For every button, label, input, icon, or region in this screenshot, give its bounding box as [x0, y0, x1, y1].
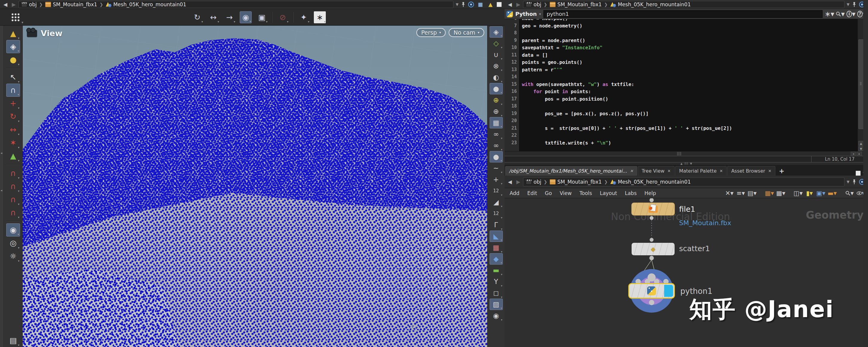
- clay-blob-tool-icon[interactable]: ●▾: [6, 53, 20, 66]
- gear-ring-tool-icon[interactable]: ☼▾: [6, 250, 20, 263]
- view-ring-tool-icon[interactable]: ◎▾: [6, 237, 20, 250]
- breadcrumb-item-obj[interactable]: obj: [21, 1, 37, 7]
- tab-asset-browser[interactable]: Asset Browser✕: [727, 166, 775, 176]
- display-objects-icon[interactable]: ▲: [487, 1, 494, 8]
- forward-arrow-icon[interactable]: ▶: [515, 1, 522, 7]
- camera-select-button[interactable]: No cam▾: [448, 28, 484, 37]
- back-arrow-icon[interactable]: ◀: [2, 1, 9, 7]
- view-camera-mode-icon[interactable]: ◉▾: [240, 11, 252, 23]
- code-text[interactable]: node = hou.pwd()geo = node.geometry()par…: [519, 19, 858, 151]
- pin-icon[interactable]: [852, 179, 857, 184]
- color-palette-icon[interactable]: ▦▾: [765, 189, 774, 197]
- viewport-3d[interactable]: View Persp▾ No cam▾ 75: [23, 26, 487, 347]
- rotate-tool-icon[interactable]: ↻▾: [6, 110, 20, 123]
- python-code-editor[interactable]: 67891011121314151617181920212223 node = …: [504, 19, 868, 151]
- ghost-cube-icon[interactable]: ■: [476, 1, 484, 8]
- link-target-icon[interactable]: [468, 1, 474, 7]
- view-rotate-cursor-icon[interactable]: ↻▾: [191, 11, 203, 23]
- sticky-note-icon[interactable]: ▮▾: [805, 189, 814, 197]
- blank-pane-icon[interactable]: [497, 2, 501, 7]
- pane-dropdown-icon[interactable]: ▼: [847, 180, 849, 184]
- fan-display-icon[interactable]: Y▾: [490, 276, 503, 287]
- normal-lighting-icon[interactable]: ●▾: [490, 83, 503, 94]
- location-pin-display-icon[interactable]: ◉▾: [490, 310, 503, 321]
- scroll-right-button[interactable]: ▸: [857, 152, 862, 155]
- close-tab-icon[interactable]: ✕: [768, 169, 771, 173]
- forward-arrow-icon[interactable]: ▶: [515, 179, 522, 185]
- python-node-name-field[interactable]: python1: [544, 10, 823, 18]
- menu-add[interactable]: Add: [506, 190, 523, 196]
- point-numbers-icon[interactable]: 12▾: [490, 185, 503, 197]
- pose-tool-icon[interactable]: ✶▾: [6, 136, 20, 149]
- breadcrumb-item-sm_moutain_fbx1[interactable]: SM_Moutain_fbx1: [550, 1, 602, 7]
- light-off-icon[interactable]: ⊗▾: [490, 60, 503, 72]
- node-python1[interactable]: [628, 283, 675, 299]
- snap-curve-magnet-icon[interactable]: ∩▾: [6, 180, 20, 193]
- pane-splitter[interactable]: ▲⣿⣿▼: [504, 163, 868, 165]
- translate-tool-icon[interactable]: +▾: [6, 97, 20, 110]
- panel-toggle-icon[interactable]: ◫▾: [794, 189, 802, 197]
- back-arrow-icon[interactable]: ◀: [506, 179, 514, 185]
- pin-icon[interactable]: [852, 2, 857, 7]
- persp-view-button[interactable]: Persp▾: [416, 28, 446, 37]
- pin-display-icon[interactable]: +▾: [490, 174, 503, 185]
- point-display-icon[interactable]: ●▾: [490, 151, 503, 163]
- close-tab-icon[interactable]: ✕: [668, 169, 671, 173]
- capsule-display-icon[interactable]: ◻▾: [490, 287, 503, 299]
- display-settings-icon[interactable]: ∗▾: [314, 11, 326, 23]
- menu-labs[interactable]: Labs: [621, 190, 641, 196]
- stereo-glasses-icon[interactable]: ∞▾: [490, 129, 503, 140]
- tab-material-palette[interactable]: Material Palette✕: [675, 166, 726, 176]
- toolbox-handle-icon[interactable]: [11, 12, 20, 22]
- breadcrumb-item-sm_moutain_fbx1[interactable]: SM_Moutain_fbx1: [45, 1, 97, 7]
- point-markers-icon[interactable]: ◢▾: [490, 197, 503, 208]
- sheets-icon-icon[interactable]: ▤▾: [6, 334, 20, 347]
- green-band-display-icon[interactable]: ▬▾: [490, 265, 503, 276]
- forward-arrow-icon[interactable]: ▶: [10, 1, 17, 7]
- snap-grid-magnet-icon[interactable]: ∩▾: [6, 167, 20, 180]
- breadcrumb-item-obj[interactable]: obj: [526, 1, 541, 7]
- list-view-icon[interactable]: ▤▾: [748, 189, 756, 197]
- breadcrumb[interactable]: obj❯SM_Moutain_fbx1❯Mesh_05K_hero_mounta…: [523, 177, 844, 186]
- menu-tools[interactable]: Tools: [576, 190, 596, 196]
- tab-tree-view[interactable]: Tree View✕: [638, 166, 675, 176]
- fly-mode-icon[interactable]: ✦▾: [298, 11, 310, 23]
- menu-layout[interactable]: Layout: [596, 190, 621, 196]
- secure-selection-lock-icon[interactable]: ∩▾: [6, 83, 20, 97]
- pane-edge-strip[interactable]: ◂ ◂: [0, 26, 4, 347]
- node-scatter1[interactable]: ◆: [631, 242, 675, 255]
- menu-go[interactable]: Go: [541, 190, 556, 196]
- close-tab-icon[interactable]: ✕: [719, 169, 723, 173]
- snap-point-magnet-icon[interactable]: ∩▾: [6, 193, 20, 206]
- breadcrumb[interactable]: obj❯SM_Moutain_fbx1❯Mesh_05K_hero_mounta…: [19, 1, 454, 8]
- view-zoom-region-icon[interactable]: ▣▾: [256, 11, 268, 23]
- display-flag[interactable]: [664, 285, 673, 297]
- blue-diamond-display-icon[interactable]: ◆▾: [490, 253, 503, 265]
- layer-mix-tool-icon[interactable]: ◈▾: [6, 40, 20, 53]
- tab--obj-sm-moutain-fbx1-mesh-05k-hero-mountai-[interactable]: /obj/SM_Moutain_fbx1/Mesh_05K_hero_mount…: [505, 166, 637, 176]
- add-light-2-icon[interactable]: ⊕▾: [490, 106, 503, 117]
- stereo-glasses-2-icon[interactable]: ∞▾: [490, 140, 503, 151]
- node-file-path-label[interactable]: SM_Moutain.fbx: [679, 219, 731, 227]
- shaded-plane-icon[interactable]: ◣▾: [490, 231, 503, 242]
- breadcrumb-item-mesh_05k_hero_mountain01[interactable]: Mesh_05K_hero_mountain01: [105, 1, 186, 7]
- pane-layout-icon[interactable]: [856, 171, 861, 176]
- snap-magnet-icon[interactable]: ∩▾: [6, 206, 20, 219]
- terrain-brush-tool-icon[interactable]: ▲▾: [6, 27, 20, 40]
- breadcrumb[interactable]: obj❯SM_Moutain_fbx1❯Mesh_05K_hero_mounta…: [523, 1, 844, 8]
- breadcrumb-item-mesh_05k_hero_mountain01[interactable]: Mesh_05K_hero_mountain01: [610, 179, 691, 185]
- grid-layout-icon[interactable]: ▦▾: [777, 189, 785, 197]
- pin-icon[interactable]: [461, 2, 466, 7]
- back-arrow-icon[interactable]: ◀: [506, 1, 514, 7]
- menu-view[interactable]: View: [556, 190, 576, 196]
- breadcrumb-item-obj[interactable]: obj: [526, 179, 541, 185]
- menu-help[interactable]: Help: [641, 190, 660, 196]
- close-tab-icon[interactable]: ✕: [630, 169, 633, 173]
- scroll-left-button[interactable]: ◂: [851, 152, 856, 155]
- search-icon[interactable]: ▾: [836, 10, 845, 18]
- scroll-up-button[interactable]: ▲: [859, 141, 864, 146]
- view-dolly-cursor-icon[interactable]: →▾: [224, 11, 236, 23]
- background-image-icon[interactable]: ▣▾: [816, 189, 825, 197]
- node-label[interactable]: file1: [679, 205, 695, 213]
- pane-dropdown-icon[interactable]: ▼: [456, 2, 459, 7]
